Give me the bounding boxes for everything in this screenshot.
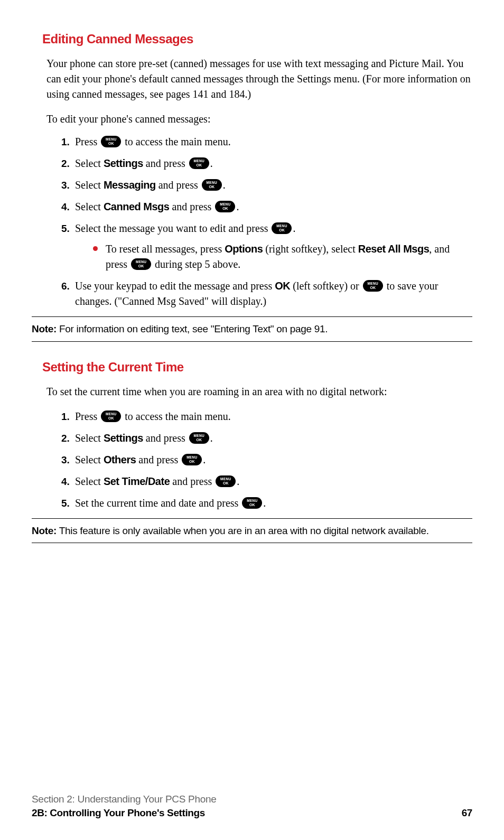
step-text: . (203, 454, 206, 465)
menu-ok-icon (101, 410, 121, 422)
step-text: Select (75, 475, 104, 487)
menu-ok-icon (216, 475, 236, 487)
bold-term: Messaging (104, 179, 156, 191)
note-text: This feature is only available when you … (57, 525, 429, 536)
footer-section-label: Section 2: Understanding Your PCS Phone (32, 794, 472, 805)
step-text: Press (75, 136, 100, 147)
step-text: and press (136, 454, 181, 465)
section1-lead: To edit your phone's canned messages: (46, 111, 472, 127)
menu-ok-icon (272, 222, 292, 234)
menu-ok-icon (242, 497, 262, 509)
note-text: For information on editing text, see "En… (57, 323, 328, 334)
step-text: Select (75, 157, 104, 169)
step-text: . (237, 475, 239, 487)
menu-ok-icon (202, 179, 222, 191)
footer-title: 2B: Controlling Your Phone's Settings (32, 807, 205, 819)
step-number: 4. (61, 200, 70, 214)
menu-ok-icon (131, 258, 151, 270)
bold-term: Options (225, 243, 263, 255)
step-text: . (263, 497, 266, 509)
step-number: 2. (61, 156, 70, 171)
section1-heading: Editing Canned Messages (42, 32, 472, 46)
step-4: 4. Select Canned Msgs and press . (62, 199, 472, 214)
sub-text: (right softkey), select (263, 243, 358, 255)
step-text: and press (169, 201, 214, 212)
step-text: to access the main menu. (122, 136, 231, 147)
step-text: (left softkey) or (290, 280, 362, 292)
bold-term: Settings (104, 157, 143, 169)
step-number: 5. (61, 496, 70, 511)
step-number: 1. (61, 409, 70, 424)
step-text: Use your keypad to edit the message and … (75, 280, 275, 292)
page-footer: Section 2: Understanding Your PCS Phone … (32, 794, 472, 819)
step-5: 5. Set the current time and date and pre… (62, 496, 472, 511)
menu-ok-icon (182, 454, 202, 465)
step-number: 3. (61, 178, 70, 193)
step-text: and press (170, 475, 214, 487)
section1-intro: Your phone can store pre-set (canned) me… (46, 56, 472, 102)
menu-ok-icon (189, 157, 209, 169)
page-number: 67 (462, 807, 472, 819)
menu-ok-icon (101, 136, 121, 147)
menu-ok-icon (215, 201, 235, 212)
step-text: Select (75, 179, 104, 191)
bold-term: Others (104, 454, 136, 465)
bold-term: Settings (104, 432, 143, 444)
step-1: 1. Press to access the main menu. (62, 409, 472, 424)
step-text: and press (143, 432, 188, 444)
step-2: 2. Select Settings and press . (62, 156, 472, 171)
sub-text: during step 5 above. (152, 258, 240, 270)
section2-steps: 1. Press to access the main menu. 2. Sel… (62, 409, 472, 511)
step-text: to access the main menu. (122, 410, 231, 422)
step-text: and press (156, 179, 201, 191)
step-number: 4. (61, 474, 70, 489)
menu-ok-icon (363, 280, 383, 292)
note-label: Note: (32, 323, 57, 334)
step-text: Press (75, 410, 100, 422)
step-text: Select (75, 432, 104, 444)
step-text: . (210, 157, 213, 169)
step-5: 5. Select the message you want to edit a… (62, 221, 472, 272)
step-2: 2. Select Settings and press . (62, 431, 472, 446)
step-text: Select the message you want to edit and … (75, 222, 270, 234)
bold-term: Reset All Msgs (358, 243, 430, 255)
section1-steps: 1. Press to access the main menu. 2. Sel… (62, 134, 472, 309)
bold-term: Set Time/Date (104, 475, 170, 487)
step-text: . (210, 432, 213, 444)
note-box-2: Note: This feature is only available whe… (32, 518, 472, 544)
step-text: Select (75, 454, 104, 465)
step-text: and press (143, 157, 188, 169)
footer-subsection: 2B: Controlling Your Phone's Settings 67 (32, 807, 472, 819)
step-1: 1. Press to access the main menu. (62, 134, 472, 150)
step-number: 1. (61, 135, 70, 150)
step-text: Select (75, 201, 104, 212)
bold-term: Canned Msgs (104, 201, 170, 212)
step-text: . (236, 201, 239, 212)
menu-ok-icon (189, 432, 209, 444)
step-4: 4. Select Set Time/Date and press . (62, 474, 472, 489)
step-number: 6. (61, 279, 70, 294)
bold-term: OK (275, 280, 290, 292)
step-text: . (223, 179, 226, 191)
note-label: Note: (32, 525, 57, 536)
step-text: Set the current time and date and press (75, 497, 241, 509)
step-3: 3. Select Messaging and press . (62, 178, 472, 193)
step-number: 5. (61, 221, 70, 236)
step-number: 2. (61, 431, 70, 446)
note-box-1: Note: For information on editing text, s… (32, 316, 472, 342)
sub-bullet: To reset all messages, press Options (ri… (91, 241, 472, 272)
step-3: 3. Select Others and press . (62, 452, 472, 468)
step-number: 3. (61, 453, 70, 468)
step-6: 6. Use your keypad to edit the message a… (62, 278, 472, 309)
section2-intro: To set the current time when you are roa… (46, 384, 472, 399)
step-text: . (293, 222, 295, 234)
section2-heading: Setting the Current Time (42, 360, 472, 375)
sub-text: To reset all messages, press (106, 243, 225, 255)
